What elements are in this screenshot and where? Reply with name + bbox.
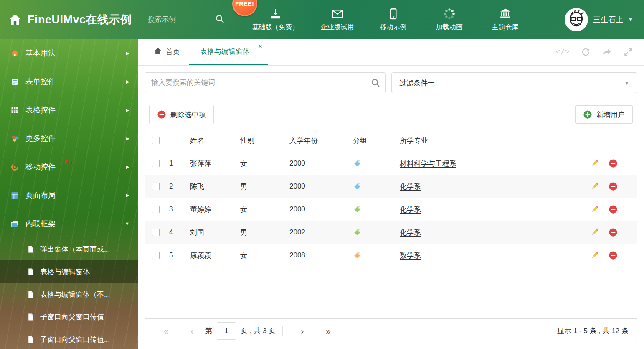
edit-icon[interactable] bbox=[590, 228, 599, 237]
expand-icon[interactable] bbox=[624, 47, 633, 57]
sidebar-item-iframe[interactable]: 内联框架 ▼ bbox=[0, 209, 138, 238]
brand[interactable]: FineUIMvc在线示例 bbox=[8, 12, 132, 27]
header-search-input[interactable] bbox=[148, 15, 210, 24]
col-header-name[interactable]: 姓名 bbox=[184, 136, 234, 145]
col-header-year[interactable]: 入学年份 bbox=[284, 136, 347, 145]
download-icon bbox=[269, 8, 282, 20]
row-checkbox[interactable] bbox=[152, 206, 160, 213]
table-row[interactable]: 3 董婷婷 女 2000 化学系 bbox=[145, 198, 637, 221]
avatar bbox=[565, 8, 588, 31]
sidebar-subitem-grid-edit-window-2[interactable]: 表格与编辑窗体（不... bbox=[0, 283, 138, 306]
user-name: 三生石上 bbox=[593, 15, 623, 25]
nav-loading-animation[interactable]: 加载动画 bbox=[432, 8, 467, 32]
home-icon bbox=[154, 47, 162, 57]
col-header-gender[interactable]: 性别 bbox=[234, 136, 284, 145]
cell-year: 2000 bbox=[284, 159, 347, 168]
cell-year: 2002 bbox=[284, 228, 347, 237]
major-link[interactable]: 化学系 bbox=[400, 229, 421, 237]
chevron-right-icon: ▶ bbox=[126, 136, 129, 141]
row-checkbox[interactable] bbox=[152, 252, 160, 259]
sidebar-subitem-grid-edit-window[interactable]: 表格与编辑窗体 bbox=[0, 260, 138, 283]
file-icon bbox=[27, 290, 35, 298]
sidebar-item-basic-usage[interactable]: 基本用法 ▶ bbox=[0, 39, 138, 67]
file-icon bbox=[27, 245, 35, 253]
filter-select[interactable]: 过滤条件一 ▼ bbox=[391, 72, 637, 93]
app-title: FineUIMvc在线示例 bbox=[28, 12, 132, 27]
add-user-button[interactable]: 新增用户 bbox=[575, 105, 633, 124]
cell-year: 2000 bbox=[284, 182, 347, 191]
sidebar-item-grid-controls[interactable]: 表格控件 ▶ bbox=[0, 96, 138, 124]
delete-icon[interactable] bbox=[609, 251, 618, 260]
col-header-group[interactable]: 分组 bbox=[347, 136, 394, 145]
nav-label: 移动示例 bbox=[380, 23, 407, 32]
sidebar-item-more-controls[interactable]: 更多控件 ▶ bbox=[0, 124, 138, 153]
chevron-down-icon: ▼ bbox=[628, 17, 633, 23]
last-page-button[interactable]: » bbox=[315, 326, 341, 336]
major-link[interactable]: 化学系 bbox=[400, 183, 421, 191]
tab-bar: 首页 表格与编辑窗体 ✕ </> bbox=[138, 39, 644, 66]
table-row[interactable]: 4 刘国 男 2002 化学系 bbox=[145, 221, 637, 244]
share-icon[interactable] bbox=[602, 47, 612, 57]
nav-label: 企业版试用 bbox=[321, 23, 354, 32]
pagination: « ‹ 第 页 , 共 3 页 › » 显示 1 - 5 条 , 共 12 条 bbox=[145, 318, 637, 343]
grid-toolbar: 删除选中项 新增用户 bbox=[145, 100, 637, 129]
major-link[interactable]: 数学系 bbox=[400, 252, 421, 260]
page-input[interactable] bbox=[217, 322, 236, 340]
row-checkbox[interactable] bbox=[152, 183, 160, 190]
chevron-down-icon: ▼ bbox=[624, 80, 629, 86]
filter-select-value: 过滤条件一 bbox=[399, 78, 435, 88]
delete-selected-button[interactable]: 删除选中项 bbox=[149, 105, 214, 124]
sidebar-item-page-layout[interactable]: 页面布局 ▶ bbox=[0, 181, 138, 209]
edit-icon[interactable] bbox=[590, 205, 599, 214]
major-link[interactable]: 材料科学与工程系 bbox=[400, 160, 456, 168]
user-menu[interactable]: 三生石上 ▼ bbox=[565, 8, 633, 31]
grid-search bbox=[145, 72, 386, 93]
sidebar-subitem-popup-window[interactable]: 弹出窗体（本页面或... bbox=[0, 238, 138, 260]
delete-icon[interactable] bbox=[609, 159, 618, 168]
nav-enterprise-trial[interactable]: 企业版试用 bbox=[320, 8, 355, 32]
col-header-major[interactable]: 所学专业 bbox=[394, 136, 583, 145]
nav-mobile-demo[interactable]: 移动示例 bbox=[376, 8, 411, 32]
cell-gender: 女 bbox=[234, 159, 284, 168]
select-all-checkbox[interactable] bbox=[152, 137, 160, 144]
tab-grid-edit-window[interactable]: 表格与编辑窗体 ✕ bbox=[189, 39, 268, 65]
sidebar-item-mobile-controls[interactable]: 移动控件 Corp. ▶ bbox=[0, 153, 138, 181]
first-page-button[interactable]: « bbox=[153, 326, 179, 336]
controls-icon bbox=[11, 135, 19, 143]
sidebar-item-form-controls[interactable]: 表单控件 ▶ bbox=[0, 67, 138, 96]
edit-icon[interactable] bbox=[590, 159, 599, 168]
cell-gender: 女 bbox=[234, 205, 284, 214]
nav-basic-free[interactable]: FREE! 基础版（免费） bbox=[252, 8, 299, 32]
table-row[interactable]: 5 康颖颖 女 2008 数学系 bbox=[145, 244, 637, 267]
plus-circle-icon bbox=[583, 110, 592, 119]
search-icon[interactable] bbox=[370, 78, 380, 89]
source-code-icon[interactable]: </> bbox=[556, 48, 569, 56]
edit-icon[interactable] bbox=[590, 182, 599, 191]
refresh-icon[interactable] bbox=[581, 47, 591, 57]
mobile-icon bbox=[387, 8, 400, 20]
table-row[interactable]: 1 张萍萍 女 2000 材料科学与工程系 bbox=[145, 152, 637, 175]
spinner-icon bbox=[443, 8, 456, 20]
pager-divider bbox=[282, 326, 283, 336]
next-page-button[interactable]: › bbox=[289, 326, 315, 336]
tab-home[interactable]: 首页 bbox=[145, 39, 189, 65]
sidebar-subitem-child-to-parent-2[interactable]: 子窗口向父窗口传值... bbox=[0, 328, 138, 349]
grid-search-input[interactable] bbox=[145, 72, 386, 93]
major-link[interactable]: 化学系 bbox=[400, 206, 421, 214]
nav-label: 主题仓库 bbox=[492, 23, 519, 32]
nav-theme-store[interactable]: 主题仓库 bbox=[488, 8, 523, 32]
page-suffix: 页 , 共 3 页 bbox=[241, 326, 276, 336]
delete-icon[interactable] bbox=[609, 228, 618, 237]
home-icon bbox=[8, 13, 22, 26]
row-checkbox[interactable] bbox=[152, 160, 160, 167]
cell-year: 2000 bbox=[284, 205, 347, 214]
table-row[interactable]: 2 陈飞 男 2000 化学系 bbox=[145, 175, 637, 198]
delete-icon[interactable] bbox=[609, 182, 618, 191]
delete-icon[interactable] bbox=[609, 205, 618, 214]
row-checkbox[interactable] bbox=[152, 229, 160, 236]
prev-page-button[interactable]: ‹ bbox=[179, 326, 205, 336]
edit-icon[interactable] bbox=[590, 251, 599, 260]
search-icon[interactable] bbox=[215, 14, 225, 25]
sidebar-subitem-child-to-parent[interactable]: 子窗口向父窗口传值 bbox=[0, 306, 138, 328]
close-icon[interactable]: ✕ bbox=[258, 43, 262, 49]
